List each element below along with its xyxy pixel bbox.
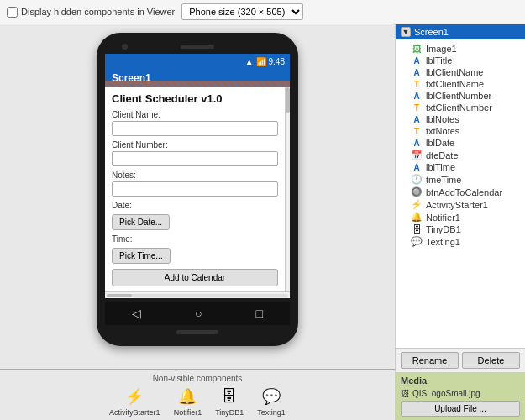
client-number-label: Client Number: — [112, 140, 278, 150]
tree-label-lblclientname: lblClientName — [426, 67, 483, 77]
app-content: Client Scheduler v1.0 Client Name: Clien… — [105, 87, 285, 291]
tinydb-tree-icon: 🗄 — [411, 224, 423, 234]
screen-name-label: Screen1 — [112, 72, 151, 84]
main-area: ▲ 📶 9:48 Screen1 Client Scheduler — [0, 24, 525, 420]
back-nav-button[interactable]: ◁ — [132, 307, 141, 320]
tree-label-image1: Image1 — [426, 44, 457, 54]
tree-label-activitystarter1: ActivityStarter1 — [426, 200, 488, 210]
app-content-inner: Client Scheduler v1.0 Client Name: Clien… — [105, 87, 285, 291]
horizontal-scrollbar[interactable] — [105, 291, 290, 298]
text-icon-notes: T — [411, 127, 423, 136]
add-to-calendar-button[interactable]: Add to Calendar — [112, 269, 278, 286]
tree-item-notifier1[interactable]: 🔔 Notifier1 — [396, 211, 525, 223]
tree-item-image1[interactable]: 🖼 Image1 — [396, 43, 525, 55]
component-tree: 🖼 Image1 A lblTitle A lblClientName T tx… — [396, 39, 525, 348]
tree-header: ▼ Screen1 — [396, 24, 525, 39]
tinydb-name: TinyDB1 — [215, 408, 244, 417]
tree-item-tmetime[interactable]: 🕐 tmeTime — [396, 173, 525, 186]
tree-label-tmetime: tmeTime — [426, 175, 461, 185]
tree-item-lblclientname[interactable]: A lblClientName — [396, 66, 525, 78]
image-icon: 🖼 — [411, 44, 423, 54]
notifier-tree-icon: 🔔 — [411, 212, 423, 223]
tree-label-lblclientnumber: lblClientNumber — [426, 91, 491, 101]
top-toolbar: Display hidden components in Viewer Phon… — [0, 0, 525, 24]
texting-name: Texting1 — [257, 408, 286, 417]
client-name-label: Client Name: — [112, 110, 278, 119]
tree-item-lblclientnumber[interactable]: A lblClientNumber — [396, 90, 525, 102]
tree-actions: Rename Delete — [396, 348, 525, 372]
pick-time-button[interactable]: Pick Time... — [112, 248, 171, 264]
tree-item-activitystarter1[interactable]: ⚡ ActivityStarter1 — [396, 198, 525, 211]
scroll-area: Client Scheduler v1.0 Client Name: Clien… — [105, 87, 290, 291]
tree-label-btnaddtocalendar: btnAddToCalendar — [426, 187, 502, 197]
tree-item-lbltime[interactable]: A lblTime — [396, 161, 525, 173]
tree-item-dtedate[interactable]: 📅 dteDate — [396, 149, 525, 161]
nv-texting: 💬 Texting1 — [257, 386, 286, 417]
hidden-components-label: Display hidden components in Viewer — [21, 7, 175, 17]
client-number-input[interactable] — [112, 151, 278, 166]
tree-label-txtclientnumber: txtClientNumber — [426, 102, 492, 113]
label-icon-time: A — [411, 163, 423, 172]
time-icon: 🕐 — [411, 174, 423, 185]
hidden-components-checkbox[interactable] — [7, 7, 18, 18]
tree-collapse-button[interactable]: ▼ — [401, 27, 411, 37]
media-file-name: QISLogoSmall.jpg — [412, 389, 480, 398]
label-icon-clientname: A — [411, 68, 423, 77]
tree-label-notifier1: Notifier1 — [426, 213, 460, 223]
tree-item-txtnotes[interactable]: T txtNotes — [396, 125, 525, 137]
tinydb-icon: 🗄 — [219, 386, 239, 407]
phone-top-bar — [105, 45, 290, 49]
phone-device: ▲ 📶 9:48 Screen1 Client Scheduler — [97, 33, 298, 346]
tree-item-txtclientnumber[interactable]: T txtClientNumber — [396, 102, 525, 113]
activity-starter-icon: ⚡ — [124, 386, 144, 407]
time-label: Time: — [112, 234, 278, 244]
media-section: Media 🖼 QISLogoSmall.jpg Upload File ... — [396, 372, 525, 420]
btn-icon: 🔘 — [411, 186, 423, 197]
pick-date-button[interactable]: Pick Date... — [112, 214, 170, 230]
rename-button[interactable]: Rename — [401, 352, 459, 369]
tree-item-lblnotes[interactable]: A lblNotes — [396, 113, 525, 125]
tree-label-tinydb1: TinyDB1 — [426, 224, 461, 234]
tree-item-txtclientname[interactable]: T txtClientName — [396, 78, 525, 90]
notifier-icon: 🔔 — [177, 386, 197, 407]
tree-item-texting1[interactable]: 💬 Texting1 — [396, 235, 525, 248]
phone-screen: ▲ 📶 9:48 Screen1 Client Scheduler — [105, 54, 290, 298]
activity-icon: ⚡ — [411, 199, 423, 210]
text-icon-clientname: T — [411, 80, 423, 89]
date-icon: 📅 — [411, 150, 423, 160]
tree-label-texting1: Texting1 — [426, 237, 460, 247]
label-icon-clientnumber: A — [411, 92, 423, 101]
notifier-name: Notifier1 — [174, 408, 202, 417]
delete-button[interactable]: Delete — [462, 352, 520, 369]
android-status-bar: ▲ 📶 9:48 — [105, 54, 290, 69]
scrollbar-thumb[interactable] — [286, 87, 290, 113]
label-icon: A — [411, 56, 423, 66]
notes-label: Notes: — [112, 171, 278, 180]
time-display: 9:48 — [269, 57, 285, 66]
home-nav-button[interactable]: ○ — [195, 307, 202, 320]
upload-file-button[interactable]: Upload File ... — [401, 401, 520, 417]
signal-icon: 📶 — [256, 57, 266, 66]
tree-label-lblnotes: lblNotes — [426, 114, 459, 124]
emulator-panel: ▲ 📶 9:48 Screen1 Client Scheduler — [0, 24, 395, 369]
hidden-components-checkbox-label[interactable]: Display hidden components in Viewer — [7, 7, 175, 18]
nv-tinydb: 🗄 TinyDB1 — [215, 386, 244, 417]
tree-label-txtnotes: txtNotes — [426, 126, 459, 136]
tree-item-lbldate[interactable]: A lblDate — [396, 137, 525, 149]
client-name-input[interactable] — [112, 121, 278, 136]
recent-nav-button[interactable]: □ — [256, 307, 263, 320]
media-file-icon: 🖼 — [401, 389, 409, 398]
phone-size-select[interactable]: Phone size (320 × 505) — [181, 3, 303, 20]
phone-nav-bar: ◁ ○ □ — [105, 302, 290, 325]
vertical-scrollbar[interactable] — [285, 87, 290, 291]
h-scroll-thumb[interactable] — [107, 294, 132, 297]
right-panel: ▼ Screen1 🖼 Image1 A lblTitle A lblClien… — [395, 24, 525, 420]
texting-tree-icon: 💬 — [411, 236, 423, 247]
tree-item-btnaddtocalendar[interactable]: 🔘 btnAddToCalendar — [396, 186, 525, 198]
tree-item-lbltitle[interactable]: A lblTitle — [396, 55, 525, 66]
tree-item-tinydb1[interactable]: 🗄 TinyDB1 — [396, 223, 525, 235]
notes-input[interactable] — [112, 181, 278, 197]
media-header: Media — [401, 375, 520, 386]
phone-camera — [122, 44, 128, 50]
phone-speaker — [181, 45, 214, 49]
